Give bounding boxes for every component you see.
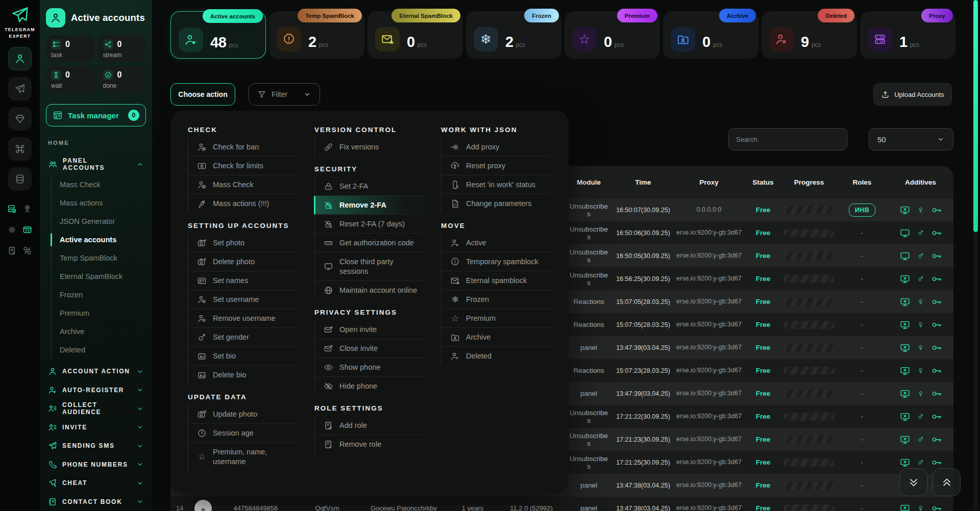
status-card-proxy[interactable]: Proxy1pcs: [860, 11, 955, 59]
menu-item-change-parameters[interactable]: Change parameters: [442, 194, 551, 213]
rail-mini-person-cam[interactable]: [22, 204, 33, 216]
menu-item-add-proxy[interactable]: Add proxy: [442, 138, 551, 157]
cell-roles: -: [837, 367, 888, 374]
menu-item-deleted[interactable]: Deleted: [442, 347, 551, 365]
cell-time: 15:07:05(28.03.25): [613, 298, 673, 305]
menu-item-close-third-party-sessions[interactable]: Close third party sessions: [315, 252, 425, 281]
rail-button-data[interactable]: [8, 167, 32, 191]
page-scrollbar-track[interactable]: [973, 0, 978, 511]
menu-item-eternal-spamblock[interactable]: Eternal spamblock: [442, 271, 551, 290]
menu-item-remove-username[interactable]: Remove username: [188, 309, 298, 328]
rail-button-accounts[interactable]: [8, 47, 32, 70]
sidebar-item-deleted[interactable]: Deleted: [52, 341, 146, 359]
sidebar-section-account-action[interactable]: ACCOUNT ACTION: [46, 362, 146, 381]
stat-value: 0: [65, 70, 70, 80]
menu-item-temporary-spamblock[interactable]: Temporary spamblock: [442, 252, 551, 271]
menu-item-archive[interactable]: Archive: [442, 328, 551, 347]
menu-item-set-bio[interactable]: Set bio: [188, 347, 298, 366]
menu-item-delete-bio[interactable]: Delete bio: [188, 366, 298, 384]
menu-item-fix-versions[interactable]: Fix versions: [315, 138, 425, 156]
home-label[interactable]: HOME: [46, 140, 146, 146]
status-card-premium[interactable]: Premium☆0pcs: [565, 11, 660, 59]
sidebar-section-collect-audience[interactable]: COLLECT AUDIENCE: [46, 399, 146, 418]
cell-proxy: erse.io:9200:y-gb:3d67: [673, 458, 745, 466]
sidebar-item-frozen[interactable]: Frozen: [52, 286, 146, 304]
rail-button-actions[interactable]: [8, 137, 32, 161]
sidebar-item-mass-actions[interactable]: Mass actions: [52, 194, 146, 212]
sidebar-section-phone-numbers[interactable]: PHONE NUMBERS: [46, 455, 146, 474]
sidebar-item-eternal-spamblock[interactable]: Eternal SpamBlock: [52, 267, 146, 286]
menu-item-reset-2-fa-7-days-[interactable]: Reset 2-FA (7 days): [315, 215, 425, 234]
menu-item-mass-actions-[interactable]: Mass actions (!!!): [188, 194, 298, 213]
sidebar-item-mass-check[interactable]: Mass Check: [52, 175, 146, 194]
menu-item-active[interactable]: Active: [442, 234, 551, 252]
menu-item-set-username[interactable]: Set username: [188, 290, 298, 309]
menu-item-set-photo[interactable]: Set photo: [188, 234, 298, 252]
phone-icon: [48, 460, 57, 469]
sidebar-item-json-generator[interactable]: JSON Generator: [52, 212, 146, 231]
menu-item-reset-proxy[interactable]: Reset proxy: [442, 157, 551, 175]
menu-item-remove-role[interactable]: Remove role: [315, 435, 425, 453]
sidebar-section-panel-accounts[interactable]: PANEL ACCOUNTS: [46, 157, 146, 171]
upload-accounts-button[interactable]: Upload Accounts: [873, 83, 952, 106]
menu-item-premium-name-username[interactable]: ☆Premium, name, username: [188, 443, 298, 471]
rail-button-premium[interactable]: [8, 107, 32, 131]
menu-item-session-age[interactable]: Session age: [188, 424, 298, 443]
sidebar-section-invite[interactable]: INVITE: [46, 418, 146, 437]
sidebar-section-auto-register[interactable]: AUTO-REGISTER: [46, 381, 146, 400]
status-card-temp-spamblock[interactable]: Temp SpamBlock2pcs: [269, 11, 364, 59]
chevron-down-icon: [303, 90, 311, 98]
status-card-archive[interactable]: Archive0pcs: [663, 11, 758, 59]
archive-folder-icon: [450, 333, 460, 342]
menu-item-check-for-limits[interactable]: Check for limits: [188, 157, 298, 175]
menu-item-premium[interactable]: ☆Premium: [442, 309, 551, 328]
filter-dropdown[interactable]: Filter: [249, 83, 320, 106]
menu-item-close-invite[interactable]: Close invite: [315, 339, 425, 358]
menu-item-mass-check[interactable]: Mass Check: [188, 175, 298, 194]
status-card-active-accounts[interactable]: Active accounts48pcs: [170, 11, 266, 59]
menu-item-remove-2-fa[interactable]: Remove 2-FA: [315, 196, 425, 215]
stat-value: 0: [65, 40, 70, 49]
menu-item-get-authorization-code[interactable]: Get authorization code: [315, 234, 425, 252]
sidebar-section-sending-sms[interactable]: SENDING SMS: [46, 437, 146, 455]
key-icon: [931, 319, 942, 330]
rail-mini-swap[interactable]: [22, 246, 33, 258]
menu-group-title: UPDATE DATA: [188, 393, 298, 401]
search-input[interactable]: [728, 128, 847, 150]
status-card-frozen[interactable]: Frozen❄2pcs: [466, 11, 561, 59]
role-badge[interactable]: ИНВ: [849, 203, 876, 217]
menu-item-delete-photo[interactable]: Delete photo: [188, 252, 298, 271]
page-size-select[interactable]: 50: [869, 128, 953, 150]
scroll-to-top-button[interactable]: [933, 468, 961, 496]
sidebar-section-cheat[interactable]: CHEAT: [46, 474, 146, 493]
menu-item-open-invite[interactable]: Open invite: [315, 320, 425, 339]
menu-item-set-names[interactable]: Set names: [188, 271, 298, 290]
menu-item-add-role[interactable]: Add role: [315, 416, 425, 435]
menu-item-set-2-fa[interactable]: Set 2-FA: [315, 177, 425, 196]
choose-action-button[interactable]: Choose action: [170, 83, 235, 106]
menu-item-update-photo[interactable]: Update photo: [188, 405, 298, 424]
table-row[interactable]: 14447584849856QgfVsmGocewu Patoncchrkby1…: [170, 497, 953, 511]
menu-item-reset-in-work-status[interactable]: Reset 'in work' status: [442, 175, 551, 194]
sidebar-item-temp-spamblock[interactable]: Temp SpamBlock: [52, 249, 146, 267]
scroll-to-bottom-button[interactable]: [899, 468, 927, 496]
sidebar-item-active-accounts[interactable]: Active accounts: [52, 231, 146, 249]
sidebar-item-premium[interactable]: Premium: [52, 304, 146, 322]
rail-mini-gear[interactable]: [7, 225, 17, 237]
menu-item-maintain-account-online[interactable]: Maintain account online: [315, 281, 425, 299]
menu-item-show-phone[interactable]: Show phone: [315, 358, 425, 377]
menu-item-hide-phone[interactable]: Hide phone: [315, 377, 425, 395]
sidebar-section-contact-book[interactable]: CONTACT BOOK: [46, 493, 146, 511]
menu-item-check-for-ban[interactable]: Check for ban: [188, 138, 298, 157]
menu-item-frozen[interactable]: ❄Frozen: [442, 290, 551, 309]
sidebar-item-archive[interactable]: Archive: [52, 322, 146, 341]
status-card-deleted[interactable]: Deleted9pcs: [762, 11, 857, 59]
rail-mini-doc-check[interactable]: [7, 246, 17, 258]
page-scrollbar-thumb[interactable]: [973, 0, 978, 232]
menu-item-set-gender[interactable]: Set gender: [188, 328, 298, 347]
status-card-eternal-spamblock[interactable]: Eternal SpamBlock0pcs: [368, 11, 463, 59]
rail-mini-code-window[interactable]: [22, 225, 33, 237]
rail-button-sending[interactable]: [8, 77, 32, 100]
task-manager-button[interactable]: Task manager 0: [46, 104, 146, 126]
rail-mini-server-check[interactable]: [7, 204, 17, 216]
